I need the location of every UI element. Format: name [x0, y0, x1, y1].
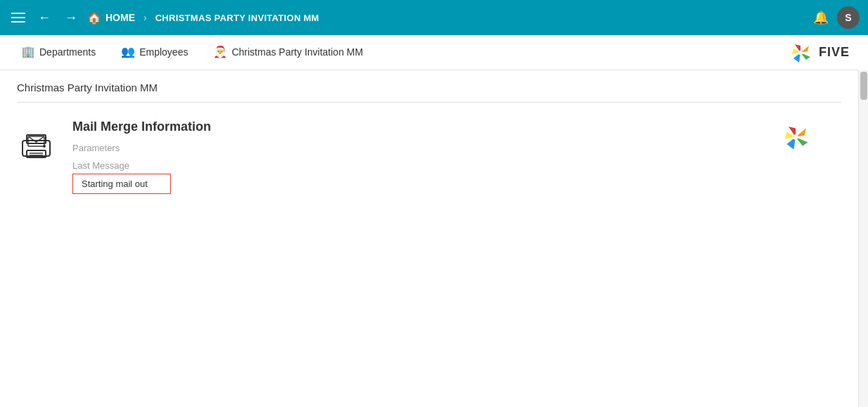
mail-merge-icon	[17, 125, 56, 164]
scrollbar[interactable]	[858, 70, 868, 407]
home-icon: 🏠	[87, 11, 101, 25]
home-label: HOME	[106, 12, 135, 23]
user-avatar[interactable]: S	[837, 6, 860, 29]
back-button[interactable]: ←	[34, 8, 55, 28]
home-link[interactable]: 🏠 HOME	[87, 11, 135, 25]
tab-departments[interactable]: 🏢 Departments	[8, 35, 108, 70]
five-logo: FIVE	[786, 39, 850, 67]
header-right: 🔔 S	[813, 6, 860, 29]
scrollbar-thumb[interactable]	[860, 72, 867, 100]
employees-icon: 👥	[121, 45, 135, 58]
notification-bell-icon[interactable]: 🔔	[813, 10, 829, 25]
tab-employees[interactable]: 👥 Employees	[108, 35, 200, 70]
tab-employees-label: Employees	[139, 46, 188, 58]
five-pinwheel-decoration-icon	[778, 119, 813, 155]
tab-christmas-label: Christmas Party Invitation MM	[231, 46, 363, 58]
mail-merge-info-col: Mail Merge Information Parameters Last M…	[72, 119, 761, 194]
menu-button[interactable]	[8, 10, 28, 25]
page-title: Christmas Party Invitation MM	[17, 82, 841, 103]
last-message-label: Last Message	[72, 160, 761, 171]
five-logo-text: FIVE	[819, 45, 850, 60]
tab-christmas[interactable]: 🎅 Christmas Party Invitation MM	[200, 35, 376, 70]
last-message-value: Starting mail out	[72, 174, 171, 194]
mail-merge-title: Mail Merge Information	[72, 119, 761, 134]
departments-icon: 🏢	[21, 45, 35, 58]
svg-point-5	[798, 51, 803, 55]
five-pinwheel-icon	[786, 39, 815, 67]
five-pinwheel-decoration	[778, 119, 813, 194]
breadcrumb-title: CHRISTMAS PARTY INVITATION MM	[155, 13, 319, 23]
header: ← → 🏠 HOME › CHRISTMAS PARTY INVITATION …	[0, 0, 868, 35]
svg-point-18	[793, 134, 798, 140]
mail-merge-icon-col	[17, 119, 56, 194]
forward-button[interactable]: →	[60, 8, 82, 28]
breadcrumb-separator: ›	[143, 12, 147, 23]
page-inner: 🏢 Departments 👥 Employees 🎅 Christmas Pa…	[0, 35, 858, 211]
tab-departments-label: Departments	[39, 46, 96, 58]
tabbar: 🏢 Departments 👥 Employees 🎅 Christmas Pa…	[0, 35, 858, 70]
mail-merge-section: Mail Merge Information Parameters Last M…	[17, 114, 841, 200]
christmas-icon: 🎅	[213, 45, 227, 58]
five-logo-symbol	[786, 39, 815, 67]
page-content: Christmas Party Invitation MM	[0, 70, 858, 211]
page-wrapper: 🏢 Departments 👥 Employees 🎅 Christmas Pa…	[0, 35, 868, 407]
parameters-label: Parameters	[72, 143, 761, 153]
